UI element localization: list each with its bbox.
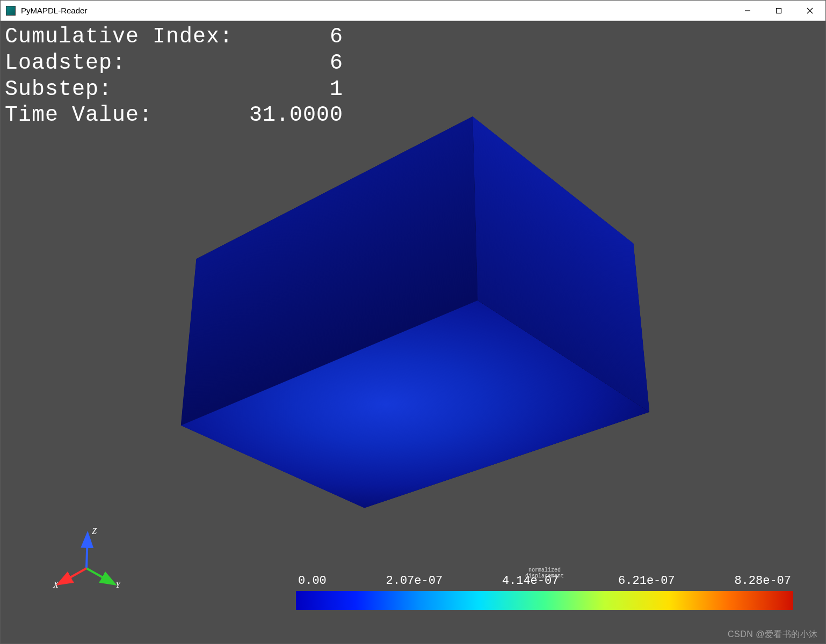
colorbar-title-line2: displacement	[525, 573, 564, 579]
app-icon	[6, 6, 16, 16]
cumulative-index-label: Cumulative Index:	[5, 24, 236, 50]
svg-line-4	[86, 535, 88, 568]
window-title: PyMAPDL-Reader	[21, 6, 732, 15]
titlebar[interactable]: PyMAPDL-Reader	[1, 1, 825, 21]
time-value-label: Time Value:	[5, 103, 236, 129]
cumulative-index-value: 6	[236, 24, 343, 50]
axis-x-label: X	[53, 580, 59, 589]
substep-value: 1	[236, 77, 343, 103]
colorbar-title: normalized displacement	[525, 567, 564, 579]
colorbar-gradient	[296, 591, 793, 610]
axis-y-label: Y	[115, 580, 121, 589]
axis-z-label: Z	[92, 526, 97, 536]
colorbar-tick: 2.07e-07	[386, 574, 443, 588]
colorbar-tick: 6.21e-07	[618, 574, 675, 588]
maximize-button[interactable]	[763, 1, 794, 20]
minimize-button[interactable]	[732, 1, 763, 20]
watermark-text: CSDN @爱看书的小沐	[728, 629, 818, 640]
result-info-overlay: Cumulative Index: 6 Loadstep: 6 Substep:…	[5, 24, 343, 129]
time-value-value: 31.0000	[236, 103, 343, 129]
substep-label: Substep:	[5, 77, 236, 103]
loadstep-label: Loadstep:	[5, 50, 236, 77]
svg-line-6	[60, 568, 86, 583]
render-viewport[interactable]: Cumulative Index: 6 Loadstep: 6 Substep:…	[1, 21, 825, 643]
svg-rect-1	[777, 8, 781, 13]
scalar-colorbar: normalized displacement 0.00 2.07e-07 4.…	[296, 574, 793, 610]
colorbar-title-line1: normalized	[528, 567, 561, 573]
colorbar-tick: 8.28e-07	[734, 574, 791, 588]
axis-triad-icon: Z Y X	[49, 520, 124, 595]
close-button[interactable]	[794, 1, 825, 20]
app-window: PyMAPDL-Reader	[0, 0, 826, 644]
colorbar-tick: 0.00	[298, 574, 327, 588]
svg-line-5	[86, 568, 113, 583]
window-controls	[732, 1, 825, 20]
loadstep-value: 6	[236, 50, 343, 77]
